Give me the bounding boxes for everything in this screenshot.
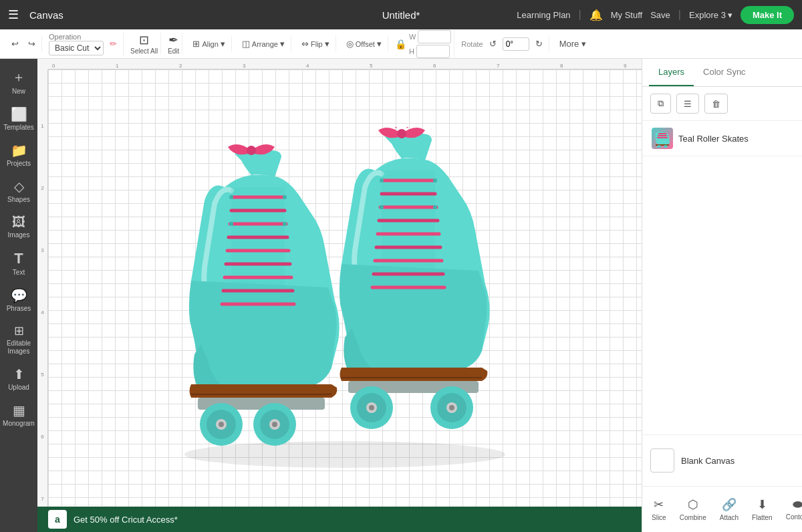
contour-icon: ⬬: [793, 497, 802, 511]
align-icon: ⊞: [192, 39, 200, 49]
canvas-area[interactable]: 0 1 2 3 4 5 6 7 8 9 1 2 3 4 5 6 7: [37, 59, 642, 532]
sidebar-item-text[interactable]: T Text: [3, 246, 35, 281]
slice-button[interactable]: ✂ Slice: [645, 493, 673, 525]
rotate-group: Rotate ↺ ↻: [458, 36, 549, 51]
undo-button[interactable]: ↩: [8, 36, 22, 51]
operation-select[interactable]: Basic Cut: [49, 41, 104, 55]
duplicate-layer-button[interactable]: ⧉: [650, 94, 671, 114]
redo-icon: ↪: [28, 39, 35, 49]
rotate-cw-button[interactable]: ↻: [532, 36, 546, 51]
sidebar-item-images[interactable]: 🖼 Images: [3, 211, 35, 243]
promo-text: Get 50% off Cricut Access*: [74, 515, 178, 525]
more-group: More ▾: [553, 36, 592, 51]
select-all-group: ⊡ Select All: [128, 33, 161, 55]
roller-skates-image[interactable]: [128, 117, 562, 485]
sidebar-item-editable-images[interactable]: ⊞ Editable Images: [3, 319, 35, 360]
svg-point-46: [449, 405, 454, 410]
layer-name: Teal Roller Skates: [678, 134, 749, 144]
blank-canvas-item[interactable]: Blank Canvas: [650, 443, 794, 478]
svg-point-14: [283, 222, 287, 226]
svg-point-33: [397, 129, 406, 138]
align-button[interactable]: ⊞ Align ▾: [189, 36, 228, 51]
svg-point-11: [229, 195, 233, 199]
combine-button[interactable]: ⬡ Combine: [673, 493, 713, 525]
attach-button[interactable]: 🔗 Attach: [713, 493, 745, 525]
save-button[interactable]: Save: [650, 10, 670, 20]
svg-point-34: [380, 178, 384, 182]
sidebar-item-projects[interactable]: 📁 Projects: [3, 138, 35, 172]
chevron-down-icon: ▾: [728, 10, 732, 20]
group-icon: ☰: [684, 99, 692, 109]
lock-icon: 🔒: [395, 39, 406, 49]
document-title[interactable]: Untitled*: [382, 9, 420, 21]
size-inputs: W H: [409, 30, 451, 58]
flatten-icon: ⬇: [757, 497, 767, 512]
right-panel: Layers Color Sync ⧉ ☰ 🗑: [642, 59, 802, 532]
redo-button[interactable]: ↪: [25, 36, 39, 51]
blank-canvas-thumbnail: [650, 448, 674, 473]
menu-icon[interactable]: ☰: [8, 7, 19, 22]
sidebar-item-monogram[interactable]: ▦ Monogram: [3, 398, 35, 432]
align-group: ⊞ Align ▾: [186, 36, 231, 51]
arrange-chevron-icon: ▾: [280, 39, 285, 49]
select-all-button[interactable]: ⊡ Select All: [130, 33, 158, 55]
ruler-top: 0 1 2 3 4 5 6 7 8 9: [48, 59, 642, 70]
ruler-corner: [37, 59, 48, 70]
layer-item-roller-skates[interactable]: Teal Roller Skates: [642, 121, 802, 156]
promo-bar[interactable]: a Get 50% off Cricut Access*: [37, 507, 642, 532]
size-h-input[interactable]: [416, 45, 450, 58]
edit-style-button[interactable]: ✏: [106, 36, 120, 51]
more-button[interactable]: More ▾: [556, 36, 589, 51]
rotate-input[interactable]: [503, 37, 529, 51]
cricut-access-icon: a: [48, 510, 67, 529]
my-stuff-link[interactable]: My Stuff: [611, 10, 642, 20]
canvas-content[interactable]: [48, 70, 642, 532]
rotate-label: Rotate: [461, 40, 483, 48]
delete-layer-button[interactable]: 🗑: [704, 94, 728, 114]
sidebar-item-upload[interactable]: ⬆ Upload: [3, 362, 35, 396]
size-w-label: W: [409, 33, 416, 41]
flip-group: ⇔ Flip ▾: [295, 36, 336, 51]
monogram-icon: ▦: [13, 402, 25, 418]
contour-button[interactable]: ⬬ Contour: [779, 493, 802, 525]
flip-button[interactable]: ⇔ Flip ▾: [298, 36, 333, 51]
flip-chevron-icon: ▾: [325, 39, 329, 49]
svg-rect-50: [656, 144, 669, 146]
blank-canvas-section: Blank Canvas: [642, 434, 802, 486]
group-layer-button[interactable]: ☰: [676, 94, 699, 114]
ruler-left: 1 2 3 4 5 6 7: [37, 70, 48, 532]
operation-group: Operation Basic Cut ✏: [46, 33, 124, 55]
panel-spacer: [642, 156, 802, 434]
sidebar-item-phrases[interactable]: 💬 Phrases: [3, 283, 35, 317]
projects-icon: 📁: [11, 142, 27, 158]
svg-point-19: [219, 422, 224, 427]
sidebar-item-new[interactable]: ＋ New: [3, 64, 35, 100]
edit-button[interactable]: ✒ Edit: [168, 33, 179, 55]
flip-icon: ⇔: [301, 39, 309, 49]
sidebar-item-shapes[interactable]: ◇ Shapes: [3, 174, 35, 208]
flatten-button[interactable]: ⬇ Flatten: [745, 493, 779, 525]
new-icon: ＋: [12, 68, 25, 86]
main-area: ＋ New ⬜ Templates 📁 Projects ◇ Shapes 🖼 …: [0, 59, 802, 532]
sidebar-item-templates[interactable]: ⬜ Templates: [3, 102, 35, 136]
notification-bell-icon[interactable]: 🔔: [589, 9, 603, 21]
size-w-input[interactable]: [418, 30, 451, 43]
arrange-icon: ◫: [242, 39, 250, 49]
phrases-icon: 💬: [11, 287, 27, 303]
explore-button[interactable]: Explore 3 ▾: [689, 10, 732, 20]
svg-point-10: [247, 146, 256, 155]
panel-tabs: Layers Color Sync: [642, 59, 802, 87]
svg-point-12: [283, 195, 287, 199]
topbar-right: Learning Plan | 🔔 My Stuff Save | Explor…: [517, 6, 794, 24]
make-it-button[interactable]: Make It: [741, 6, 794, 24]
roller-skates-svg: [131, 127, 559, 475]
arrange-button[interactable]: ◫ Arrange ▾: [239, 36, 288, 51]
offset-button[interactable]: ◎ Offset ▾: [343, 36, 385, 51]
edit-group: ✒ Edit: [165, 33, 182, 55]
upload-icon: ⬆: [13, 366, 25, 382]
learning-plan-link[interactable]: Learning Plan: [517, 10, 570, 20]
rotate-ccw-button[interactable]: ↺: [486, 36, 500, 51]
tab-layers[interactable]: Layers: [649, 59, 694, 86]
tab-color-sync[interactable]: Color Sync: [694, 59, 755, 86]
layer-actions: ⧉ ☰ 🗑: [642, 87, 802, 121]
